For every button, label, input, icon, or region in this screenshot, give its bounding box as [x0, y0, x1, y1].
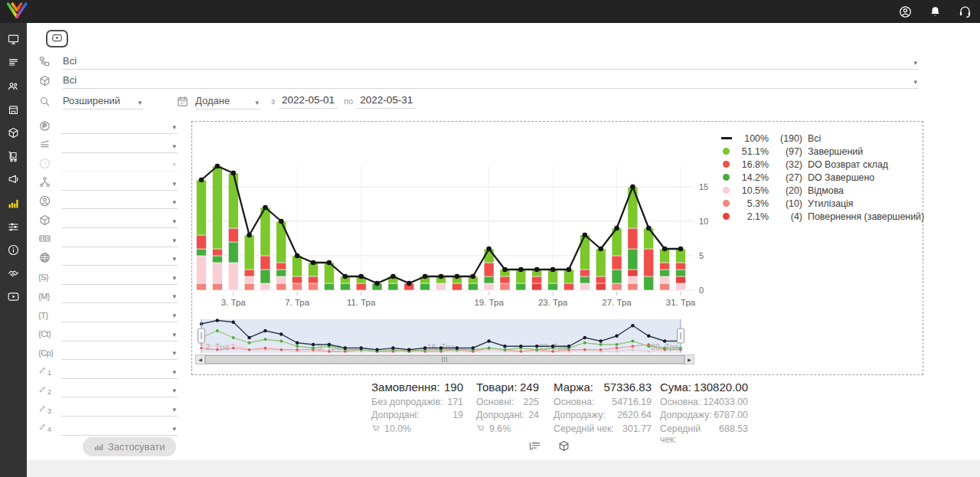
sidebar-item-market[interactable] [0, 98, 27, 122]
legend-percent: 14.2% [737, 172, 769, 183]
svg-text:17: 17 [181, 100, 185, 105]
play-icon [51, 32, 63, 46]
filter-size-s-select[interactable]: ▾ [61, 268, 178, 285]
legend-item[interactable]: 51.1%(97)Завершений [720, 145, 924, 158]
filter-payment-select[interactable]: ▾ [61, 230, 178, 247]
chart-navigator[interactable]: 2. Тра9. Тра16. Тра23. Тра30. Тра [192, 318, 924, 354]
legend-item[interactable]: 10.5%(20)Відмова [720, 184, 924, 197]
sidebar-item-dashboard[interactable] [0, 28, 27, 51]
apply-button-label: Застосувати [108, 441, 165, 452]
scrollbar-thumb[interactable] [205, 355, 684, 364]
filter-size-m-select[interactable]: ▾ [61, 286, 178, 303]
legend-item[interactable]: 14.2%(27)DO Завершено [720, 171, 924, 184]
filter-size-s-row: {S}▾ [38, 267, 184, 286]
date-from-input[interactable]: 2022-05-01 [279, 94, 338, 109]
legend-percent: 100% [737, 133, 769, 144]
category-tree-icon [38, 55, 51, 68]
date-to-label: по [344, 96, 353, 106]
filter-network-select[interactable]: ▾ [61, 117, 178, 134]
product-view-icon[interactable] [557, 439, 570, 452]
legend-item[interactable]: 5.3%(10)Утилізація [720, 197, 924, 210]
svg-text:15: 15 [699, 182, 708, 191]
svg-text:5: 5 [699, 251, 704, 260]
scrollbar-track[interactable] [205, 354, 684, 364]
filter-manager-select[interactable]: ▾ [61, 192, 178, 209]
filter-product-row: Всі▾ [38, 71, 919, 90]
upsell-rate: 10.0% [371, 423, 463, 434]
filter-sorting-select[interactable]: ▾ [61, 136, 178, 153]
apply-filters-button[interactable]: Застосувати [83, 437, 176, 456]
scroll-left-arrow[interactable]: ◀ [195, 354, 205, 364]
chevron-down-icon: ▾ [172, 368, 176, 376]
stat-title: Сума:130820.00 [660, 381, 748, 394]
sidebar-item-partners[interactable] [0, 262, 27, 286]
filter-website-select[interactable]: ▾ [61, 249, 178, 266]
filter-custom-3-select[interactable]: ▾ [61, 400, 178, 417]
legend-dot-marker [723, 174, 730, 181]
date-field-select[interactable]: Додане▾ [195, 93, 260, 109]
product-select[interactable]: Всі▾ [63, 72, 919, 89]
stat-card: Маржа:57336.83Основна:54716.19Допродажу:… [554, 381, 652, 434]
legend-label: Утилізація [808, 198, 854, 209]
legend-label: Завершений [808, 146, 863, 157]
filter-network-row: ▾ [38, 116, 184, 135]
sidebar-item-orders[interactable] [0, 51, 27, 75]
stat-card: Замовлення:190Без допродажів:171Допродан… [371, 381, 463, 434]
sidebar-item-settings[interactable] [0, 215, 27, 239]
user-account-icon[interactable] [898, 5, 913, 19]
search-mode-select[interactable]: Розширений▾ [63, 93, 143, 109]
date-from-label: з [271, 96, 275, 106]
scroll-right-arrow[interactable]: ▶ [684, 354, 694, 364]
list-view-icon[interactable] [528, 439, 541, 452]
chevron-down-icon: ▾ [172, 312, 176, 319]
svg-text:23. Тра: 23. Тра [538, 298, 568, 307]
filter-custom-1-select[interactable]: ▾ [61, 362, 178, 379]
svg-text:27. Тра: 27. Тра [602, 298, 632, 307]
lines3-icon [38, 138, 51, 151]
legend-count: (97) [772, 146, 802, 157]
mini-chart-icon [93, 442, 103, 452]
filter-size-t-row: {T}▾ [38, 305, 184, 323]
legend-item[interactable]: 100%(190)Всі [720, 132, 924, 145]
sidebar-item-supply[interactable] [0, 145, 27, 168]
chevron-down-icon: ▾ [172, 198, 176, 206]
stat-card: Сума:130820.00Основна:124033.00Допродажу… [660, 381, 748, 445]
filter-custom-3-row: 3▾ [38, 399, 184, 417]
video-help-button[interactable] [46, 30, 68, 47]
sidebar-item-products[interactable] [0, 121, 27, 145]
stat-row: Допродані:19 [371, 410, 463, 420]
filter-help-row: ?▾ [38, 154, 184, 172]
filter-custom-4-select[interactable]: ▾ [61, 419, 178, 436]
support-icon[interactable] [958, 5, 972, 19]
legend-item[interactable]: 16.8%(32)DO Возврат склад [720, 158, 924, 171]
svg-text:10: 10 [699, 217, 708, 226]
sidebar-item-marketing[interactable] [0, 168, 27, 192]
chevron-down-icon: ▾ [255, 99, 259, 106]
filter-size-ct-select[interactable]: ▾ [61, 325, 178, 341]
sidebar-item-clients[interactable] [0, 74, 27, 98]
upsell-rate: 9.6% [476, 423, 539, 434]
date-to-input[interactable]: 2022-05-31 [357, 94, 416, 109]
filter-size-cp-select[interactable]: ▾ [61, 343, 178, 360]
sidebar-item-statistics[interactable] [0, 191, 27, 215]
chevron-down-icon: ▾ [172, 180, 176, 188]
sidebar-item-info[interactable] [0, 238, 27, 262]
filter-structure-select[interactable]: ▾ [61, 174, 178, 191]
sidebar-item-video[interactable] [0, 286, 27, 309]
{S}-icon: {S} [38, 270, 51, 283]
legend-dot-marker [723, 187, 730, 194]
filter-help-select[interactable]: ▾ [61, 155, 178, 172]
brand-logo[interactable] [6, 2, 28, 21]
legend-item[interactable]: 2.1%(4)Повернення (завершений) [720, 210, 924, 223]
filter-custom-2-select[interactable]: ▾ [61, 381, 178, 397]
app-root: Всі▾ Всі▾ Розширений▾ 17 Додане▾ з 2022-… [0, 0, 980, 477]
svg-text:3. Тра: 3. Тра [221, 298, 247, 307]
filter-manager-row: ▾ [38, 191, 184, 210]
category-select[interactable]: Всі▾ [63, 53, 919, 70]
filter-size-t-select[interactable]: ▾ [61, 305, 178, 322]
scrollbar-grip-icon [442, 357, 448, 362]
chevron-down-icon: ▾ [172, 161, 176, 168]
notifications-icon[interactable] [928, 5, 942, 19]
sidebar [0, 23, 27, 477]
filter-product-type-select[interactable]: ▾ [61, 211, 178, 228]
